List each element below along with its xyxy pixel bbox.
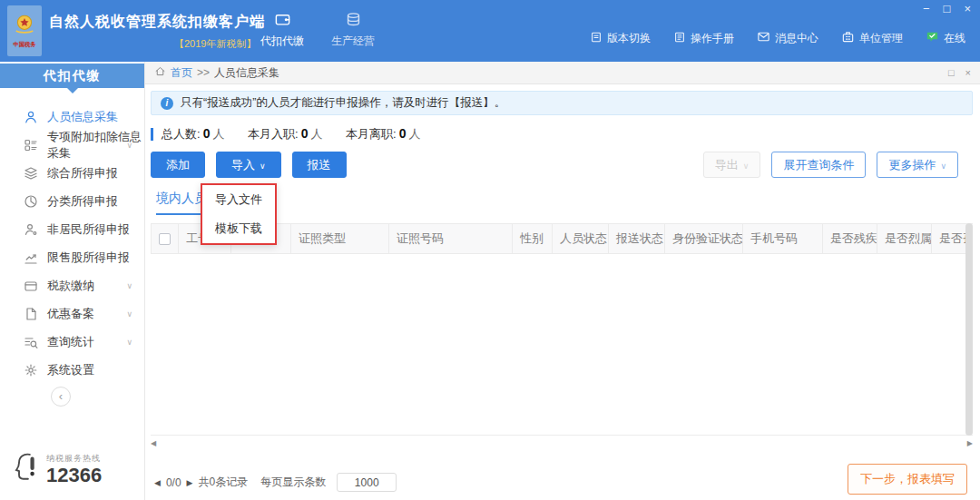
header-link-label: 单位管理: [859, 31, 903, 46]
sidebar-section-title: 代扣代缴: [0, 64, 144, 88]
content: i 只有“报送成功”的人员才能进行申报操作，请及时进行【报送】。 总人数:0人 …: [145, 84, 980, 500]
sidebar-item-label: 税款缴纳: [47, 278, 94, 294]
chevron-down-icon: ∨: [260, 162, 266, 171]
close-icon[interactable]: ×: [964, 3, 971, 15]
import-dropdown-menu: 导入文件 模板下载: [201, 183, 277, 245]
breadcrumb-separator: >>: [197, 66, 210, 79]
window-controls: − □ ×: [923, 3, 971, 15]
mail-icon: [757, 30, 770, 46]
layers-icon: [24, 166, 38, 181]
header-link[interactable]: 版本切换: [590, 31, 651, 46]
export-button[interactable]: 导出∨: [703, 152, 761, 178]
next-page-icon[interactable]: ▶: [187, 478, 193, 487]
sidebar-item[interactable]: 非居民所得申报: [0, 215, 144, 243]
record-count: 共0条记录: [199, 475, 249, 490]
more-actions-button[interactable]: 更多操作∨: [877, 152, 958, 178]
scroll-right-icon[interactable]: ▶: [967, 440, 973, 447]
table-column-header: 人员状态: [553, 224, 609, 254]
stat-item: 本月入职:0人: [248, 127, 322, 141]
sidebar-item[interactable]: 专项附加扣除信息采集 ∨: [0, 131, 144, 159]
header-link[interactable]: 消息中心: [757, 30, 818, 46]
submit-button[interactable]: 报送: [292, 152, 347, 178]
table-column-header: 是否烈属: [877, 224, 932, 254]
breadcrumb-home[interactable]: 首页: [171, 65, 192, 81]
select-all-checkbox[interactable]: [159, 233, 171, 245]
wallet-icon: [274, 11, 291, 31]
next-step-button[interactable]: 下一步，报表填写: [848, 464, 967, 495]
sidebar-item[interactable]: 综合所得申报: [0, 159, 144, 187]
table-column-header: 性别: [513, 224, 553, 254]
tab-close-icon[interactable]: ×: [965, 67, 971, 78]
chevron-down-icon: ∨: [126, 309, 132, 319]
person-badge-icon: [24, 222, 38, 237]
main-area: 首页 >> 人员信息采集 □ × i 只有“报送成功”的人员才能进行申报操作，请…: [145, 62, 980, 500]
online-icon: [926, 30, 939, 46]
sidebar-item[interactable]: 人员信息采集: [0, 103, 144, 131]
minimize-icon[interactable]: −: [923, 3, 930, 15]
table-column-header: 手机号码: [743, 224, 823, 254]
header-link[interactable]: 在线: [926, 30, 965, 46]
header-link-label: 版本切换: [607, 31, 651, 46]
search-list-icon: [24, 335, 38, 349]
sidebar-collapse-button[interactable]: ‹: [51, 387, 71, 407]
sidebar-item-label: 非居民所得申报: [47, 221, 130, 238]
table-column-header: 证照号码: [389, 224, 513, 254]
version-switch-icon: [590, 31, 603, 46]
tab-domestic-personnel[interactable]: 境内人员: [156, 191, 207, 215]
sidebar-item[interactable]: 分类所得申报: [0, 187, 144, 215]
scroll-left-icon[interactable]: ◀: [151, 440, 156, 447]
select-all-header: [152, 224, 179, 254]
chevron-down-icon: ∨: [126, 141, 132, 150]
table-column-header: 证照类型: [291, 224, 389, 254]
personnel-table: 工号 姓名 证照类型 证照号码 性别 人员状态 报送状态 身份验证状态: [151, 223, 973, 436]
sidebar-item[interactable]: 系统设置: [0, 356, 144, 384]
manual-icon: [673, 31, 686, 46]
title-bar: 中国税务 自然人税收管理系统扣缴客户端 【2019年新税制】 代扣代缴 生产经营…: [0, 0, 980, 62]
page-indicator: 0/0: [166, 476, 181, 489]
app-title: 自然人税收管理系统扣缴客户端: [49, 13, 265, 32]
sidebar-item-label: 综合所得申报: [47, 165, 118, 181]
header-link-label: 操作手册: [691, 31, 734, 46]
prev-page-icon[interactable]: ◀: [154, 478, 161, 487]
header-link[interactable]: 单位管理: [841, 30, 903, 46]
grid-icon: [24, 138, 38, 152]
person-icon: [24, 110, 38, 124]
sidebar-item-label: 系统设置: [47, 362, 94, 378]
notice-banner: i 只有“报送成功”的人员才能进行申报操作，请及时进行【报送】。: [151, 91, 973, 115]
header-link[interactable]: 操作手册: [673, 31, 734, 46]
header-links: 版本切换 操作手册 消息中心 单位管理 在线: [590, 30, 965, 46]
hotline-number: 12366: [46, 465, 102, 486]
vertical-scrollbar[interactable]: [965, 223, 973, 436]
chart-icon: [24, 250, 38, 265]
clock-icon: [24, 194, 38, 209]
app-logo: 中国税务: [7, 5, 42, 56]
sidebar-item[interactable]: 限售股所得申报: [0, 243, 144, 271]
add-button[interactable]: 添加: [151, 152, 205, 178]
sidebar-item[interactable]: 税款缴纳 ∨: [0, 271, 144, 299]
sidebar-item[interactable]: 查询统计 ∨: [0, 328, 144, 356]
toolbar: 添加 导入∨ 报送 导出∨ 展开查询条件 更多操作∨: [151, 152, 973, 178]
expand-query-button[interactable]: 展开查询条件: [771, 152, 866, 178]
sidebar-item[interactable]: 优惠备案 ∨: [0, 299, 144, 328]
app-subtitle: 【2019年新税制】: [174, 37, 256, 51]
document-icon: [24, 307, 38, 321]
info-icon: i: [161, 97, 173, 110]
import-button[interactable]: 导入∨: [216, 152, 281, 178]
horizontal-scrollbar[interactable]: ◀ ▶: [151, 439, 973, 447]
header-nav-item[interactable]: 代扣代缴: [260, 11, 304, 49]
import-menu-item[interactable]: 导入文件: [202, 185, 275, 214]
breadcrumb: 首页 >> 人员信息采集 □ ×: [145, 62, 980, 84]
table-column-header: 报送状态: [609, 224, 665, 254]
maximize-icon[interactable]: □: [944, 3, 951, 15]
national-emblem-icon: [13, 13, 36, 40]
page-size-input[interactable]: [337, 473, 397, 492]
tab-maximize-icon[interactable]: □: [948, 67, 955, 78]
org-icon: [841, 30, 855, 46]
import-menu-item[interactable]: 模板下载: [202, 214, 275, 243]
pagination-bar: ◀ 0/0 ▶ 共0条记录 每页显示条数: [154, 473, 397, 492]
chevron-down-icon: ∨: [743, 162, 750, 171]
page-size-label: 每页显示条数: [260, 475, 326, 490]
logo-text: 中国税务: [13, 41, 35, 49]
header-nav-item[interactable]: 生产经营: [331, 11, 375, 49]
gear-icon: [24, 363, 38, 377]
